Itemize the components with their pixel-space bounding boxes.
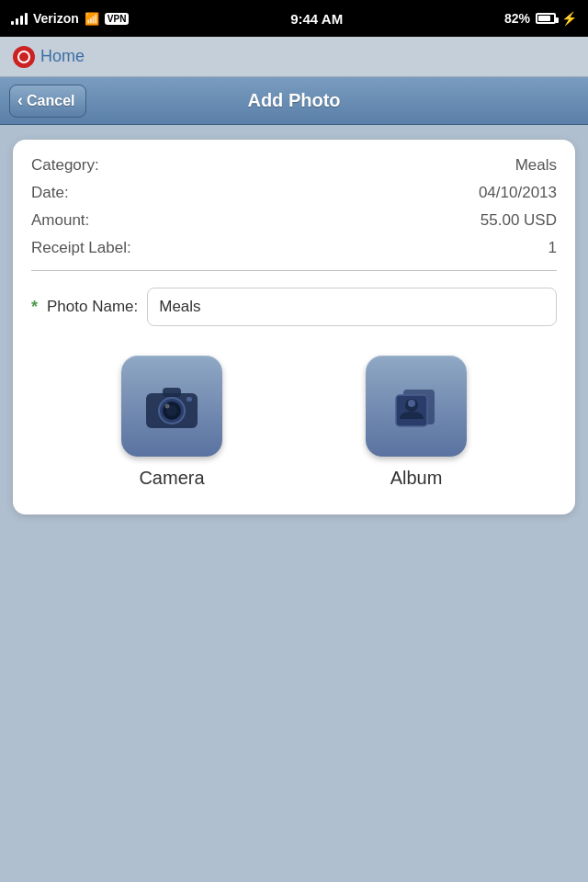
receipt-label-label: Receipt Label: bbox=[31, 239, 131, 257]
photo-name-label: Photo Name: bbox=[47, 298, 138, 316]
icon-buttons-row: Camera Album bbox=[31, 356, 557, 489]
camera-icon-button[interactable] bbox=[121, 356, 222, 457]
date-label: Date: bbox=[31, 184, 69, 202]
receipt-label-value: 1 bbox=[548, 239, 557, 257]
nav-title: Add Photo bbox=[247, 90, 340, 111]
cancel-label: Cancel bbox=[27, 93, 74, 109]
content-area: Category: Meals Date: 04/10/2013 Amount:… bbox=[0, 125, 588, 529]
battery-percent: 82% bbox=[504, 11, 530, 26]
date-row: Date: 04/10/2013 bbox=[31, 184, 557, 202]
divider bbox=[31, 270, 557, 271]
amount-label: Amount: bbox=[31, 211, 89, 230]
vpn-badge: VPN bbox=[105, 13, 130, 25]
wifi-icon: 📶 bbox=[85, 12, 99, 26]
date-value: 04/10/2013 bbox=[479, 184, 557, 202]
charging-icon: ⚡ bbox=[561, 11, 577, 26]
category-label: Category: bbox=[31, 156, 99, 175]
status-right: 82% ⚡ bbox=[504, 11, 577, 26]
album-button-wrap[interactable]: Album bbox=[366, 356, 467, 489]
required-star: * bbox=[31, 298, 38, 317]
status-bar: Verizon 📶 VPN 9:44 AM 82% ⚡ bbox=[0, 0, 588, 37]
category-row: Category: Meals bbox=[31, 156, 557, 175]
amount-value: 55.00 USD bbox=[481, 211, 557, 230]
signal-bars-icon bbox=[11, 12, 28, 25]
home-app-icon bbox=[13, 46, 35, 68]
amount-row: Amount: 55.00 USD bbox=[31, 211, 557, 230]
add-photo-nav-bar: ‹ Cancel Add Photo bbox=[0, 77, 588, 125]
album-icon-button[interactable] bbox=[366, 356, 467, 457]
back-chevron-icon: ‹ bbox=[17, 91, 23, 110]
cancel-button[interactable]: ‹ Cancel bbox=[9, 85, 86, 118]
main-card: Category: Meals Date: 04/10/2013 Amount:… bbox=[13, 140, 575, 514]
camera-button-wrap[interactable]: Camera bbox=[121, 356, 222, 489]
photo-name-row: * Photo Name: bbox=[31, 288, 557, 326]
svg-rect-1 bbox=[163, 388, 181, 397]
category-value: Meals bbox=[515, 156, 557, 175]
camera-icon bbox=[142, 377, 201, 435]
svg-point-5 bbox=[165, 404, 170, 409]
svg-rect-6 bbox=[187, 397, 192, 401]
carrier-label: Verizon bbox=[33, 11, 79, 26]
home-nav-label[interactable]: Home bbox=[40, 47, 85, 66]
photo-name-input[interactable] bbox=[147, 288, 557, 326]
camera-label: Camera bbox=[139, 468, 204, 489]
receipt-label-row: Receipt Label: 1 bbox=[31, 239, 557, 257]
svg-point-10 bbox=[408, 400, 415, 407]
home-nav-bar: Home bbox=[0, 37, 588, 77]
battery-icon bbox=[536, 13, 556, 24]
album-label: Album bbox=[390, 468, 443, 489]
time-display: 9:44 AM bbox=[290, 11, 343, 27]
album-icon bbox=[387, 377, 446, 435]
status-left: Verizon 📶 VPN bbox=[11, 11, 129, 26]
